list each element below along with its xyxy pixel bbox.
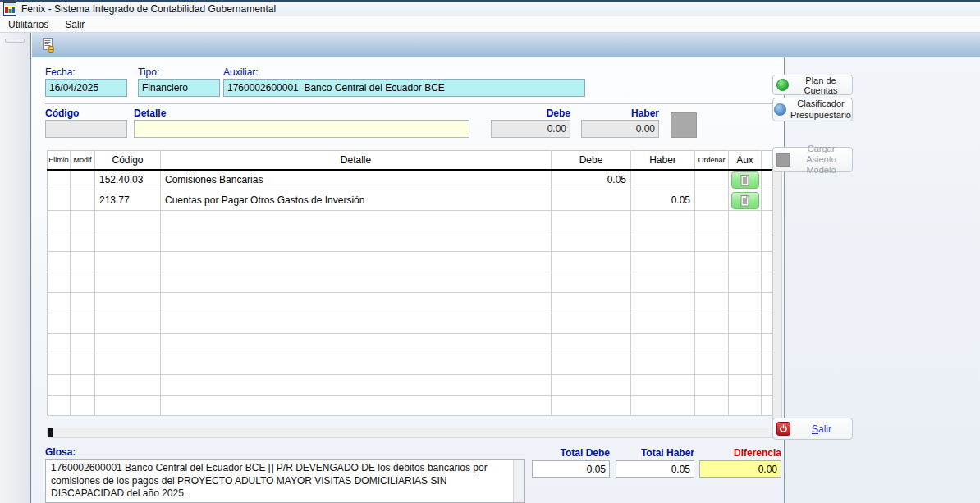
cell-filler [762,396,773,416]
cell-haber [631,170,695,190]
cell-ordenar [695,211,729,231]
table-row [48,211,773,231]
cell-aux [729,313,762,334]
auxiliar-input[interactable] [223,79,585,97]
cell-elimin [48,354,71,375]
salir-button[interactable]: Salir [772,418,853,440]
cell-filler [762,334,773,354]
cell-filler [762,170,773,190]
cell-detalle [161,231,552,252]
tipo-input[interactable] [138,79,220,97]
power-icon [776,422,790,436]
grid-vertical-scrollbar[interactable] [772,150,782,427]
menu-bar: Utilitarios Salir [0,16,980,33]
table-row [48,334,773,354]
detalle-input[interactable] [134,120,469,138]
scrollbar-thumb[interactable] [48,428,53,437]
cell-detalle [161,211,552,231]
plan-de-cuentas-button[interactable]: Plan de Cuentas [772,75,853,95]
cell-haber [631,293,695,313]
entries-grid: Elimin Modif Código Detalle Debe Haber O… [47,150,773,416]
menu-utilitarios[interactable]: Utilitarios [0,17,57,32]
cell-aux [729,190,762,211]
cell-elimin [48,211,71,231]
cell-elimin [48,190,71,211]
fecha-input[interactable] [45,79,127,97]
salir-label: Salir [795,423,849,435]
cell-ordenar [695,354,729,375]
cell-codigo [95,375,161,396]
cell-aux [729,334,762,354]
cell-ordenar [695,396,729,416]
add-line-button[interactable] [671,112,697,138]
cell-filler [762,231,773,252]
table-row [48,231,773,252]
application-window: Fenix - Sistema Integrado de Contabilida… [0,0,980,503]
cell-detalle [161,354,552,375]
cell-haber [631,272,695,293]
clasificador-presupuestario-button[interactable]: Clasificador Presupuestario [772,98,853,121]
cell-filler [762,272,773,293]
cell-codigo [95,231,161,252]
table-row [48,396,773,416]
cell-haber [631,231,695,252]
cell-aux [729,170,762,190]
panel-splitter-grip[interactable] [5,39,25,43]
detalle-label: Detalle [134,107,166,119]
cell-detalle [161,272,552,293]
glosa-scrollbar[interactable] [513,460,524,502]
cell-aux [729,354,762,375]
form-separator [45,103,781,104]
grid-horizontal-scrollbar[interactable] [47,428,782,438]
cell-debe [552,231,631,252]
cell-ordenar [695,334,729,354]
cell-aux [729,252,762,272]
diferencia-label: Diferencia [699,447,781,459]
app-icon [3,2,16,16]
gray-chip-icon [776,153,790,167]
cell-filler [762,190,773,211]
table-row [48,313,773,334]
cell-aux [729,396,762,416]
cell-filler [762,293,773,313]
cell-filler [762,375,773,396]
cell-debe [552,354,631,375]
title-bar: Fenix - Sistema Integrado de Contabilida… [0,0,980,16]
cargar-asiento-modelo-button[interactable]: Cargar Asiento Modelo [772,147,853,172]
cell-modif [71,375,95,396]
cell-modif [71,211,95,231]
debe-input[interactable] [491,120,570,138]
cell-debe [552,190,631,211]
cell-ordenar [695,190,729,211]
debe-label: Debe [491,107,570,119]
cell-codigo [95,211,161,231]
aux-button[interactable] [731,192,759,209]
col-header-codigo: Código [95,151,161,170]
clasificador-label: Clasificador Presupuestario [790,98,851,120]
codigo-input[interactable] [45,120,127,138]
cell-debe [552,334,631,354]
cell-haber [631,354,695,375]
glosa-textarea[interactable]: 1760002600001 Banco Central del Ecuador … [45,459,525,503]
tipo-label: Tipo: [138,66,159,78]
diferencia-field [699,460,781,478]
cell-aux [729,211,762,231]
cell-debe [552,252,631,272]
cell-codigo [95,396,161,416]
toolbar [32,33,980,57]
green-sphere-icon [776,79,789,91]
aux-button[interactable] [731,171,759,189]
cell-elimin [48,334,71,354]
window-title: Fenix - Sistema Integrado de Contabilida… [21,3,276,15]
new-entry-button[interactable] [39,35,58,55]
cell-haber [631,313,695,334]
table-row[interactable]: 152.40.03Comisiones Bancarias0.05 [48,170,773,190]
haber-input[interactable] [581,120,659,138]
cell-codigo: 152.40.03 [95,170,161,190]
cell-haber [631,211,695,231]
cell-detalle [161,252,552,272]
menu-salir[interactable]: Salir [57,17,93,32]
cell-ordenar [695,170,729,190]
table-row[interactable]: 213.77Cuentas por Pagar Otros Gastos de … [48,190,773,211]
cell-codigo [95,354,161,375]
